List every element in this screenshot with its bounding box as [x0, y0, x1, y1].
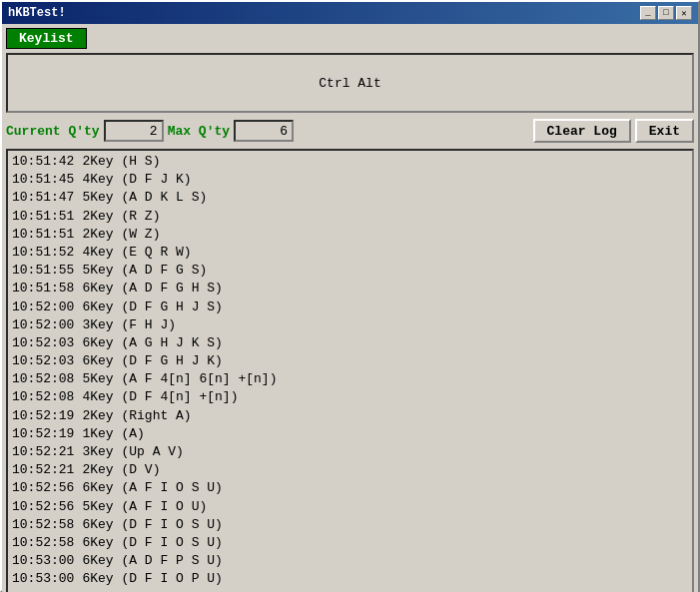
- log-time: 10:52:19: [12, 407, 74, 425]
- log-entry: 10:52:036Key (D F G H J K): [12, 352, 688, 370]
- log-time: 10:52:03: [12, 352, 74, 370]
- log-text: 6Key (D F I O P U): [82, 570, 222, 588]
- log-time: 10:52:21: [12, 443, 74, 461]
- keylist-tab[interactable]: Keylist: [6, 28, 87, 49]
- close-button[interactable]: ✕: [676, 6, 692, 20]
- current-keys-display: Ctrl Alt: [319, 76, 380, 91]
- log-time: 10:52:56: [12, 498, 74, 516]
- log-text: 5Key (A D K L S): [82, 189, 207, 207]
- log-text: 6Key (A G H J K S): [82, 334, 222, 352]
- log-text: 6Key (D F I O S U): [82, 516, 222, 534]
- log-text: 6Key (A D F P S U): [82, 552, 222, 570]
- max-qty-label: Max Q'ty: [168, 124, 230, 139]
- max-qty-input[interactable]: [234, 120, 294, 142]
- log-entry: 10:52:006Key (D F G H J S): [12, 298, 688, 316]
- log-entry: 10:51:512Key (W Z): [12, 226, 688, 244]
- tab-bar: Keylist: [6, 28, 694, 49]
- log-time: 10:53:00: [12, 552, 74, 570]
- log-entry: 10:52:084Key (D F 4[n] +[n]): [12, 388, 688, 406]
- maximize-button[interactable]: □: [658, 6, 674, 20]
- log-text: 2Key (Ctrl Alt): [82, 589, 199, 593]
- log-text: 4Key (E Q R W): [82, 244, 191, 262]
- main-window: hKBTest! _ □ ✕ Keylist Ctrl Alt Current …: [0, 0, 700, 592]
- log-time: 10:51:51: [12, 226, 74, 244]
- log-time: 10:51:42: [12, 153, 74, 171]
- log-text: 4Key (D F 4[n] +[n]): [82, 388, 238, 406]
- log-text: 6Key (D F G H J K): [82, 352, 222, 370]
- log-time: 10:51:58: [12, 280, 74, 297]
- current-qty-label: Current Q'ty: [6, 124, 100, 139]
- log-text: 3Key (F H J): [82, 316, 176, 334]
- log-entry: 10:53:062Key (Ctrl Alt): [12, 589, 688, 593]
- log-entry: 10:52:192Key (Right A): [12, 407, 688, 425]
- log-entry: 10:52:566Key (A F I O S U): [12, 479, 688, 497]
- log-text: 2Key (H S): [82, 153, 160, 171]
- current-qty-input[interactable]: [104, 120, 164, 142]
- controls-row: Current Q'ty Max Q'ty Clear Log Exit: [6, 117, 694, 145]
- exit-button[interactable]: Exit: [635, 119, 694, 143]
- title-bar-controls: _ □ ✕: [640, 6, 692, 20]
- log-entry: 10:51:422Key (H S): [12, 153, 688, 171]
- log-text: 3Key (Up A V): [82, 443, 183, 461]
- log-time: 10:53:00: [12, 570, 74, 588]
- log-entry: 10:52:565Key (A F I O U): [12, 498, 688, 516]
- log-entry: 10:52:212Key (D V): [12, 461, 688, 479]
- log-text: 2Key (D V): [82, 461, 160, 479]
- log-entry: 10:53:006Key (A D F P S U): [12, 552, 688, 570]
- log-entry: 10:52:191Key (A): [12, 425, 688, 443]
- log-entry: 10:52:036Key (A G H J K S): [12, 334, 688, 352]
- log-time: 10:51:52: [12, 244, 74, 262]
- window-title: hKBTest!: [8, 6, 66, 20]
- log-entry: 10:52:003Key (F H J): [12, 316, 688, 334]
- log-entry: 10:53:006Key (D F I O P U): [12, 570, 688, 588]
- log-time: 10:53:06: [12, 589, 74, 593]
- log-text: 5Key (A F I O U): [82, 498, 207, 516]
- title-bar: hKBTest! _ □ ✕: [2, 2, 698, 24]
- log-text: 6Key (A F I O S U): [82, 479, 222, 497]
- log-entry: 10:51:454Key (D F J K): [12, 171, 688, 189]
- log-time: 10:51:45: [12, 171, 74, 189]
- log-time: 10:52:08: [12, 388, 74, 406]
- log-time: 10:52:03: [12, 334, 74, 352]
- log-time: 10:52:21: [12, 461, 74, 479]
- log-text: 2Key (W Z): [82, 226, 160, 244]
- log-text: 6Key (A D F G H S): [82, 280, 222, 297]
- log-entry: 10:51:524Key (E Q R W): [12, 244, 688, 262]
- log-time: 10:51:51: [12, 208, 74, 226]
- log-text: 6Key (D F G H J S): [82, 298, 222, 316]
- log-entry: 10:52:213Key (Up A V): [12, 443, 688, 461]
- log-time: 10:52:56: [12, 479, 74, 497]
- log-area[interactable]: 10:51:422Key (H S)10:51:454Key (D F J K)…: [6, 149, 694, 592]
- log-time: 10:52:19: [12, 425, 74, 443]
- log-text: 6Key (D F I O S U): [82, 534, 222, 552]
- log-time: 10:52:58: [12, 516, 74, 534]
- log-time: 10:52:00: [12, 316, 74, 334]
- log-entry: 10:51:512Key (R Z): [12, 208, 688, 226]
- log-text: 5Key (A F 4[n] 6[n] +[n]): [82, 370, 277, 388]
- minimize-button[interactable]: _: [640, 6, 656, 20]
- log-entry: 10:52:085Key (A F 4[n] 6[n] +[n]): [12, 370, 688, 388]
- log-text: 4Key (D F J K): [82, 171, 191, 189]
- log-time: 10:52:58: [12, 534, 74, 552]
- log-entry: 10:52:586Key (D F I O S U): [12, 534, 688, 552]
- log-text: 5Key (A D F G S): [82, 262, 207, 280]
- log-time: 10:51:47: [12, 189, 74, 207]
- log-entry: 10:51:475Key (A D K L S): [12, 189, 688, 207]
- log-text: 2Key (R Z): [82, 208, 160, 226]
- log-entry: 10:52:586Key (D F I O S U): [12, 516, 688, 534]
- log-time: 10:51:55: [12, 262, 74, 280]
- log-text: 1Key (A): [82, 425, 144, 443]
- content-area: Keylist Ctrl Alt Current Q'ty Max Q'ty C…: [2, 24, 698, 592]
- log-entry: 10:51:555Key (A D F G S): [12, 262, 688, 280]
- log-entry: 10:51:586Key (A D F G H S): [12, 280, 688, 297]
- log-text: 2Key (Right A): [82, 407, 191, 425]
- log-time: 10:52:08: [12, 370, 74, 388]
- log-time: 10:52:00: [12, 298, 74, 316]
- key-display: Ctrl Alt: [6, 53, 694, 113]
- clear-log-button[interactable]: Clear Log: [533, 119, 631, 143]
